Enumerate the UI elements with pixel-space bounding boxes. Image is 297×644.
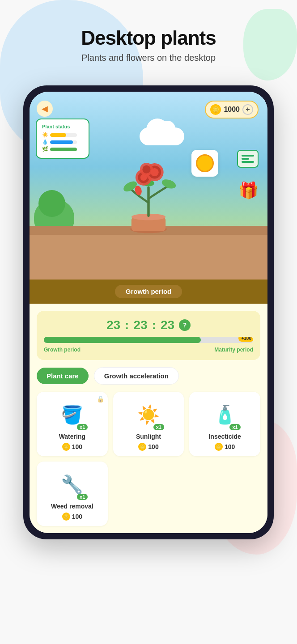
timer-seconds: 23 [161,318,174,332]
sunlight-price: 🪙 100 [138,443,158,451]
status-row-sun: ☀️ [42,132,83,138]
add-coins-button[interactable]: + [242,104,253,115]
insecticide-qty: x1 [229,424,240,430]
insecticide-price: 🪙 100 [215,443,235,451]
back-button[interactable]: ◀ [37,101,53,117]
tabs-section: Plant care Growth acceleration [37,367,260,385]
growth-header-bar: Growth period [30,280,267,304]
weed-removal-coin-icon: 🪙 [62,513,70,521]
app-subtitle: Plants and flowers on the desktop [9,53,288,63]
tab-growth-acceleration[interactable]: Growth acceleration [94,367,179,385]
insecticide-name: Insecticide [208,433,241,440]
timer-section: 23 : 23 : 23 ? +100 Growth period Maturi… [37,311,260,360]
phone-wrapper: ◀ 🪙 1000 + Plant status ☀️ [0,85,297,539]
gift-box[interactable]: 🎁 [238,181,259,200]
plant-status-card: Plant status ☀️ 💧 🌿 [36,119,89,159]
coin-icon: 🪙 [210,104,221,115]
watering-qty: x1 [77,424,88,430]
care-item-insecticide[interactable]: 🧴 x1 Insecticide 🪙 100 [189,392,260,456]
timer-minutes: 23 [133,318,147,332]
sun-bubble [191,150,218,177]
timer-display: 23 : 23 : 23 ? [44,318,253,332]
sunlight-qty: x1 [153,424,164,430]
sunlight-icon-area: ☀️ x1 [133,399,164,430]
sunlight-icon: ☀️ [137,404,160,425]
water-status-icon: 💧 [42,139,48,145]
plant-container [113,150,184,239]
insecticide-price-amount: 100 [225,443,235,450]
sunlight-name: Sunlight [136,433,161,440]
weed-removal-qty: x1 [77,494,88,500]
watering-name: Watering [59,433,85,440]
sun-bubble-icon [196,154,214,172]
content-area: 23 : 23 : 23 ? +100 Growth period Maturi… [30,304,267,533]
watering-price: 🪙 100 [62,443,82,451]
status-row-water: 💧 [42,139,83,145]
list-line-3 [242,161,254,163]
plant-illustration [113,150,184,239]
care-item-weed-removal[interactable]: 🔧 x1 Weed removal 🪙 100 [37,462,108,526]
svg-point-14 [142,165,150,174]
progress-bonus: +100 [238,337,253,342]
weed-removal-price-amount: 100 [72,513,82,520]
progress-labels: Growth period Maturity period [44,347,253,353]
phone-frame: ◀ 🪙 1000 + Plant status ☀️ [23,85,274,539]
list-line-2 [242,158,249,160]
lock-icon: 🔒 [97,395,104,402]
timer-colon-2: : [152,318,156,332]
care-item-watering[interactable]: 🔒 🪣 x1 Watering 🪙 100 [37,392,108,456]
timer-hours: 23 [106,318,120,332]
weed-removal-name: Weed removal [51,503,93,510]
list-line-1 [242,155,254,157]
back-icon: ◀ [42,104,48,114]
phone-inner: ◀ 🪙 1000 + Plant status ☀️ [30,92,267,533]
insecticide-icon: 🧴 [214,404,236,425]
coin-amount: 1000 [224,106,240,114]
timer-colon-1: : [125,318,129,332]
care-grid-row2: 🔧 x1 Weed removal 🪙 100 [37,462,260,526]
weed-removal-icon: 🔧 [61,474,83,495]
watering-icon-area: 🪣 x1 [56,399,88,430]
growth-header-inner: Growth period [115,285,182,298]
plant-status-title: Plant status [42,124,83,129]
insecticide-coin-icon: 🪙 [215,443,223,451]
growth-progress-bar: +100 [44,337,253,343]
weed-removal-icon-area: 🔧 x1 [56,469,88,500]
cloud [140,127,184,145]
label-maturity: Maturity period [214,347,253,353]
watering-price-amount: 100 [72,443,82,450]
label-growth: Growth period [44,347,81,353]
weed-removal-price: 🪙 100 [62,513,82,521]
growth-progress-fill [44,337,201,343]
care-item-sunlight[interactable]: ☀️ x1 Sunlight 🪙 100 [113,392,184,456]
timer-help-button[interactable]: ? [179,319,191,331]
care-grid-row1: 🔒 🪣 x1 Watering 🪙 100 ☀️ [37,392,260,456]
leaf-bar [50,148,77,151]
coin-display: 🪙 1000 + [205,101,259,119]
sun-bar [50,133,66,137]
watering-coin-icon: 🪙 [62,443,70,451]
sunlight-coin-icon: 🪙 [138,443,146,451]
sun-status-icon: ☀️ [42,132,48,138]
status-row-leaf: 🌿 [42,146,83,152]
watering-icon: 🪣 [61,404,83,425]
leaf-status-icon: 🌿 [42,146,48,152]
tab-plant-care[interactable]: Plant care [37,368,89,384]
sunlight-price-amount: 100 [148,443,158,450]
list-card[interactable] [237,150,259,168]
game-scene: ◀ 🪙 1000 + Plant status ☀️ [30,92,267,280]
insecticide-icon-area: 🧴 x1 [209,399,241,430]
growth-header-text: Growth period [126,288,172,295]
app-title: Desktop plants [9,27,288,49]
header: Desktop plants Plants and flowers on the… [0,0,297,72]
water-bar [50,140,73,144]
